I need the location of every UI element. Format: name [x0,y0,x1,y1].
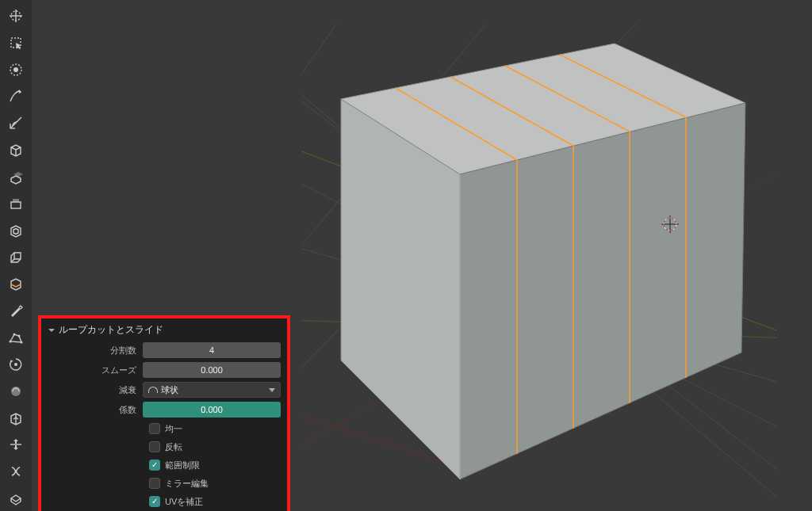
tool-rip-fill[interactable] [3,486,29,511]
smooth-value[interactable]: 0.000 [143,362,281,378]
factor-label: 係数 [48,404,143,416]
svg-point-32 [13,67,18,72]
tool-cursor[interactable] [3,3,29,29]
tool-extrude-individual[interactable] [3,191,29,216]
smooth-label: スムーズ [48,364,143,376]
sphere-falloff-icon [148,387,158,393]
chevron-down-icon [48,326,56,334]
flip-checkbox[interactable] [149,441,160,452]
falloff-value: 球状 [161,384,178,396]
even-checkbox[interactable] [149,423,160,434]
tool-extrude-region[interactable] [3,164,29,189]
factor-value[interactable]: 0.000 [143,402,281,418]
tool-poly-build[interactable] [3,325,29,350]
mirror-checkbox[interactable] [149,478,160,489]
tool-measure[interactable] [3,110,29,135]
tool-select-box[interactable] [3,30,29,55]
tool-knife[interactable] [3,298,29,323]
tool-shrink-fatten[interactable] [3,433,29,458]
svg-rect-34 [13,199,19,202]
tool-edge-slide[interactable] [3,406,29,431]
falloff-label: 減衰 [48,384,143,396]
svg-point-42 [15,471,17,473]
clamp-label: 範囲制限 [165,460,200,471]
tool-inset[interactable] [3,218,29,243]
svg-point-37 [18,335,21,337]
tool-spin[interactable] [3,352,29,377]
svg-point-35 [10,341,12,343]
operator-panel[interactable]: ループカットとスライド 分割数 4 スムーズ 0.000 減衰 球状 係数 0.… [41,318,287,511]
toolbar-left [0,0,32,511]
svg-point-36 [13,334,16,336]
svg-point-39 [14,363,17,366]
uv-label: UVを補正 [165,496,203,508]
flip-label: 反転 [165,441,182,453]
clamp-checkbox[interactable] [149,460,160,471]
svg-point-38 [21,341,23,344]
tool-loop-cut[interactable] [3,271,29,296]
tool-annotate[interactable] [3,84,29,109]
tool-select-circle[interactable] [3,57,29,82]
cuts-value[interactable]: 4 [143,342,281,358]
tool-rip[interactable] [3,459,29,484]
tool-bevel[interactable] [3,245,29,270]
panel-header[interactable]: ループカットとスライド [48,323,281,337]
even-label: 均一 [165,423,182,435]
tool-add-cube[interactable] [3,137,29,162]
mirror-label: ミラー編集 [165,478,209,490]
highlight-box: ループカットとスライド 分割数 4 スムーズ 0.000 減衰 球状 係数 0.… [38,315,290,511]
uv-checkbox[interactable] [149,496,160,507]
scene-svg [301,24,777,499]
cuts-label: 分割数 [48,345,143,357]
falloff-select[interactable]: 球状 [143,382,281,398]
tool-smooth[interactable] [3,379,29,404]
viewport-3d[interactable]: ループカットとスライド 分割数 4 スムーズ 0.000 減衰 球状 係数 0.… [0,0,812,511]
panel-title: ループカットとスライド [59,323,163,337]
svg-rect-33 [11,202,21,208]
